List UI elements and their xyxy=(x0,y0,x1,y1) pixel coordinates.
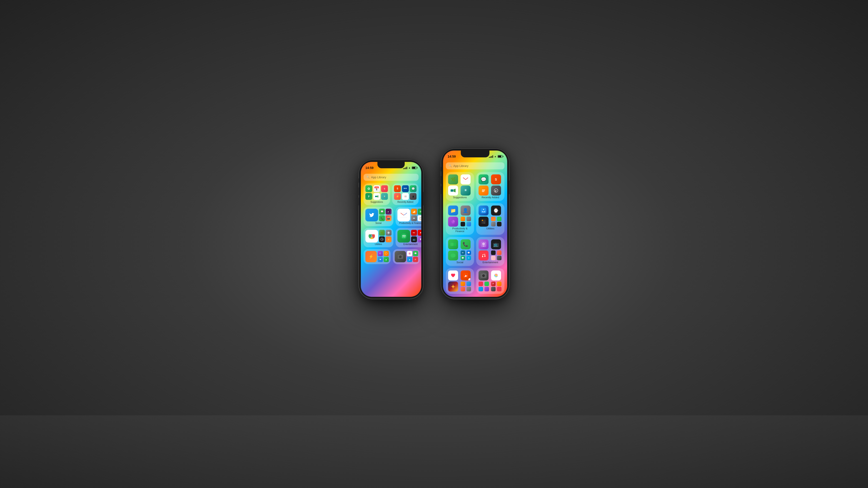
folder-suggestions-small[interactable]: SUN 5 S xyxy=(364,184,390,205)
app-messenger-large[interactable]: 💬 xyxy=(466,251,471,255)
app-chart-small[interactable] xyxy=(411,209,417,215)
app-numbers-small[interactable] xyxy=(417,209,421,215)
app-oak-large[interactable]: 🌿 xyxy=(448,174,458,185)
folder-utilities-large[interactable]: ⌚ Utilities xyxy=(476,203,504,235)
folder-social-small[interactable]: 💬 # 📞 📷 Social xyxy=(364,207,393,226)
app-small-p3-large[interactable] xyxy=(461,222,465,226)
app-photos-large[interactable] xyxy=(491,270,501,281)
app-contacts-large[interactable]: 👤 xyxy=(461,205,471,216)
app-reminders-small[interactable] xyxy=(402,193,409,200)
app-calculator-large[interactable] xyxy=(478,217,489,227)
app-i-small[interactable]: P xyxy=(413,257,418,262)
app-e-small[interactable]: ❤ xyxy=(378,257,383,262)
app-shortcuts-small[interactable]: ⚡ xyxy=(394,193,401,200)
app-strava-large[interactable]: S xyxy=(491,174,501,185)
app-reminders2-small[interactable]: 📋 xyxy=(417,215,421,221)
app-e1-large[interactable] xyxy=(491,251,496,255)
app-tv-small[interactable]: 📺 xyxy=(411,236,417,242)
app-facetime-large[interactable] xyxy=(448,239,458,249)
app-bbc-small[interactable]: BBC xyxy=(411,230,417,236)
app-chrome-big-small[interactable] xyxy=(365,230,378,242)
folder-health-large[interactable] xyxy=(446,268,474,294)
app-e4-large[interactable] xyxy=(497,256,501,260)
app-clock-small[interactable] xyxy=(379,236,385,242)
app-p2-large[interactable] xyxy=(497,282,501,286)
app-b2-large[interactable] xyxy=(466,282,471,286)
app-c-small[interactable]: C xyxy=(378,251,383,256)
app-u4-large[interactable] xyxy=(497,222,501,226)
app-youtube-small[interactable] xyxy=(417,230,421,236)
app-whatsapp-small[interactable]: 💬 xyxy=(410,185,416,192)
app-b3-large[interactable] xyxy=(461,287,465,291)
app-strava2-large[interactable] xyxy=(461,270,471,281)
app-skype-large[interactable]: S xyxy=(466,256,471,260)
app-gmail-large[interactable] xyxy=(461,174,471,185)
app-f-small[interactable]: ▲ xyxy=(383,257,389,262)
app-camera-big-small[interactable] xyxy=(395,251,406,262)
app-music-large[interactable] xyxy=(478,251,489,260)
app-maps-small[interactable] xyxy=(381,193,388,200)
app-gmail-big-small[interactable] xyxy=(397,209,410,221)
app-c3-large[interactable] xyxy=(478,287,483,291)
app-meet-large[interactable] xyxy=(448,186,458,196)
app-reminders-large[interactable] xyxy=(478,186,489,196)
app-phone-large[interactable]: 📞 xyxy=(461,239,471,249)
folder-productivity-large[interactable]: 📁 👤 xyxy=(446,203,474,235)
folder-recently-small[interactable]: S NHS 💬 ⚡ xyxy=(392,184,418,205)
app-sheets-small[interactable] xyxy=(365,193,372,200)
app-shortcuts-large[interactable]: ⌀ xyxy=(491,186,501,196)
app-slack-small[interactable]: # xyxy=(385,209,392,215)
app-spotify-big-small[interactable] xyxy=(397,230,410,242)
app-appstore-large[interactable] xyxy=(478,205,489,216)
app-podcast-small[interactable]: 🎙 xyxy=(417,236,421,242)
folder-bottom1-small[interactable]: ⚡ C ◯ ❤ ▲ xyxy=(364,249,391,264)
app-appletv-large[interactable]: 📺 xyxy=(491,239,501,249)
app-podcasts-large[interactable] xyxy=(478,239,489,249)
folder-utilities-small[interactable]: 🌿 ⚡ Utilities xyxy=(364,228,393,247)
app-d-small[interactable]: ◯ xyxy=(383,251,389,256)
folder-photos-large[interactable]: P xyxy=(476,268,504,294)
app-small-p2-large[interactable] xyxy=(466,217,471,221)
app-linkedin-large[interactable]: in xyxy=(461,251,465,255)
app-meet-small[interactable] xyxy=(373,193,380,200)
app-e3-large[interactable] xyxy=(491,256,496,260)
app-msg2-small[interactable]: 📱 xyxy=(410,193,416,200)
folder-entertainment-small[interactable]: BBC 📺 🎙 Entertainment xyxy=(396,228,421,247)
app-c1-large[interactable] xyxy=(478,282,483,286)
app-strava-small[interactable]: S xyxy=(394,185,401,192)
app-files-large[interactable]: 📁 xyxy=(448,205,458,216)
app-u3-large[interactable] xyxy=(491,222,496,226)
app-g-small[interactable]: 💬 xyxy=(413,251,418,256)
folder-recently-large[interactable]: 💬 S ⌀ xyxy=(476,172,504,201)
folder-social-large[interactable]: 📞 in 💬 💬 S Social xyxy=(446,237,474,266)
folder-entertainment-large[interactable]: 📺 Entertainment xyxy=(476,237,504,266)
app-u2-large[interactable] xyxy=(497,217,501,221)
app-u1-large[interactable] xyxy=(491,217,496,221)
app-twitter-big-small[interactable] xyxy=(365,209,378,221)
app-maps-large[interactable] xyxy=(461,186,471,196)
app-findmy-small[interactable] xyxy=(365,185,372,192)
app-gems-large[interactable] xyxy=(448,217,458,227)
app-small-p1-large[interactable] xyxy=(461,217,465,221)
app-c2-large[interactable] xyxy=(485,282,489,286)
app-phone-small[interactable]: 📞 xyxy=(379,215,385,221)
app-b1-large[interactable] xyxy=(461,282,465,286)
app-p4-large[interactable] xyxy=(497,287,501,291)
app-shortcuts4-small[interactable]: ⚡ xyxy=(365,251,377,262)
app-shortcuts3-small[interactable]: ⚡ xyxy=(385,236,392,242)
app-photos-s-small[interactable]: 🌸 xyxy=(407,251,412,256)
app-nhs-small[interactable]: NHS xyxy=(402,185,409,192)
app-watchface-large[interactable]: ⌚ xyxy=(491,205,501,216)
app-instagram-small[interactable]: 📷 xyxy=(385,215,392,221)
app-darksky-large[interactable] xyxy=(448,282,458,292)
app-oak-small[interactable]: 🌿 xyxy=(379,230,385,236)
app-calendar-small[interactable]: SUN 5 xyxy=(373,185,380,192)
search-bar-large[interactable]: 🔍 App Library xyxy=(446,162,504,169)
app-e2-large[interactable] xyxy=(497,251,501,255)
app-whatsapp2-large[interactable]: 💬 xyxy=(461,256,465,260)
folder-suggestions-large[interactable]: 🌿 xyxy=(446,172,474,201)
app-p-large[interactable]: P xyxy=(491,282,496,286)
app-c4-large[interactable] xyxy=(485,287,489,291)
app-settings-small[interactable] xyxy=(385,230,392,236)
app-whatsapp-large[interactable]: 💬 xyxy=(478,174,489,185)
